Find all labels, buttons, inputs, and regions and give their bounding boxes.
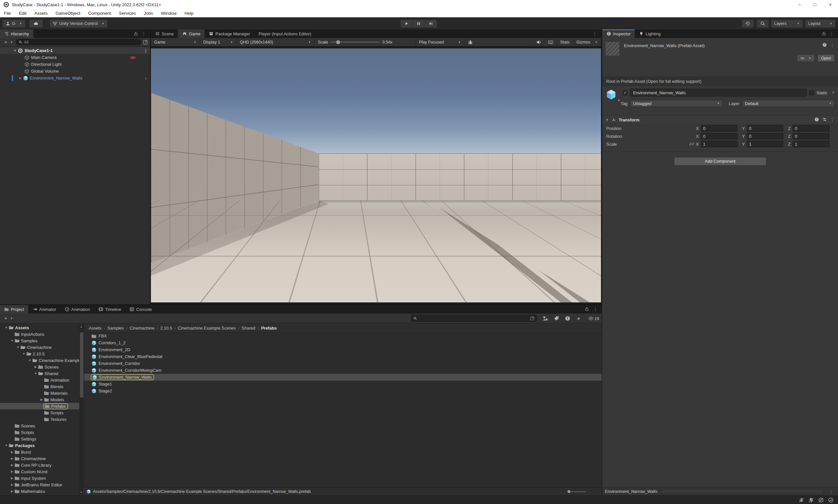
tree-item-models[interactable]: ▶Models bbox=[0, 396, 79, 403]
breadcrumb-segment[interactable]: Shared bbox=[242, 326, 255, 330]
create-asset-button[interactable]: ＋▼ bbox=[2, 315, 14, 321]
static-checkbox[interactable] bbox=[809, 90, 814, 95]
undo-history-button[interactable] bbox=[742, 20, 753, 28]
debugger-detached-icon[interactable] bbox=[799, 498, 804, 503]
frame-debugger-button[interactable] bbox=[464, 38, 476, 46]
chevron-down-icon[interactable]: ▼ bbox=[832, 91, 835, 94]
scrollbar-thumb[interactable] bbox=[80, 332, 84, 398]
close-button[interactable]: × bbox=[823, 0, 838, 9]
filter-by-type-button[interactable] bbox=[539, 315, 551, 322]
collab-offline-icon[interactable] bbox=[818, 498, 824, 503]
foldout-icon[interactable]: ▼ bbox=[33, 372, 38, 375]
asset-zoom-slider[interactable] bbox=[568, 491, 586, 492]
picker-icon[interactable] bbox=[143, 40, 148, 45]
scale-y-field[interactable]: 1 bbox=[747, 141, 783, 147]
menu-component[interactable]: Component bbox=[84, 9, 115, 17]
stats-button[interactable]: Stats bbox=[556, 38, 573, 46]
file-row-environment-narrow-walls[interactable]: Environment_Narrow_Walls bbox=[84, 374, 602, 381]
menu-gameobject[interactable]: GameObject bbox=[52, 9, 85, 17]
file-row-corridors-1-2[interactable]: Corridors_1_2 bbox=[84, 339, 602, 346]
rotation-x-field[interactable]: 0 bbox=[701, 133, 737, 140]
scroll-down-icon[interactable]: ▼ bbox=[79, 491, 83, 494]
foldout-icon[interactable]: ▼ bbox=[4, 326, 8, 329]
tab-game[interactable]: Game bbox=[178, 30, 204, 38]
rotation-z-field[interactable]: 0 bbox=[792, 133, 830, 140]
tree-item-cinemachine[interactable]: ▼Cinemachine bbox=[0, 344, 79, 350]
cloud-button[interactable] bbox=[30, 20, 42, 28]
tab-inspector[interactable]: Inspector bbox=[602, 30, 635, 38]
tab-animator[interactable]: Animator bbox=[28, 305, 60, 313]
tree-item-scripts[interactable]: Scripts bbox=[0, 429, 79, 436]
tag-dropdown[interactable]: Untagged ▼ bbox=[630, 100, 723, 107]
display-dropdown[interactable]: Display 1 ▼ bbox=[200, 38, 237, 46]
tree-item-blends[interactable]: Blends bbox=[0, 383, 79, 390]
menu-jobs[interactable]: Jobs bbox=[140, 9, 157, 17]
rotation-y-field[interactable]: 0 bbox=[747, 133, 783, 140]
foldout-icon[interactable]: ▼ bbox=[606, 118, 609, 122]
foldout-icon[interactable]: ▼ bbox=[4, 444, 8, 447]
presets-icon[interactable] bbox=[822, 117, 827, 122]
tree-item-scenes[interactable]: ▶Scenes bbox=[0, 364, 79, 370]
file-row-stage1[interactable]: Stage1 bbox=[84, 381, 602, 388]
project-search-input[interactable] bbox=[411, 315, 537, 322]
chevron-down-icon[interactable]: ▼ bbox=[617, 99, 620, 102]
prefab-open-chevron-icon[interactable]: › bbox=[145, 76, 150, 81]
filter-by-label-button[interactable] bbox=[551, 315, 562, 322]
hierarchy-item-main-camera[interactable]: Main Camera bbox=[0, 54, 150, 61]
tab-timeline[interactable]: Timeline bbox=[94, 305, 125, 313]
tree-item-custom-nunit[interactable]: ▶Custom NUnit bbox=[0, 468, 79, 475]
scale-z-field[interactable]: 1 bbox=[792, 141, 830, 147]
foldout-icon[interactable]: ▼ bbox=[22, 352, 26, 356]
mute-audio-button[interactable] bbox=[533, 38, 545, 46]
tree-scrollbar[interactable]: ▲ ▼ bbox=[79, 324, 83, 495]
game-viewport[interactable] bbox=[151, 47, 601, 304]
foldout-icon[interactable]: ▶ bbox=[10, 470, 14, 473]
kebab-menu-icon[interactable]: ⋮ bbox=[827, 489, 835, 494]
tree-item-cinemachine-example-scenes[interactable]: ▼Cinemachine Example Scenes bbox=[0, 357, 79, 364]
menu-window[interactable]: Window bbox=[157, 9, 180, 17]
transform-header[interactable]: ▼ Transform ? ⋮ bbox=[602, 115, 838, 124]
hierarchy-item-global-volume[interactable]: Global Volume bbox=[0, 68, 150, 75]
file-row-fbx[interactable]: FBX bbox=[84, 332, 602, 339]
game-display-target-dropdown[interactable]: Game ▼ bbox=[151, 38, 200, 46]
foldout-icon[interactable]: ▶ bbox=[39, 398, 44, 401]
active-checkbox[interactable]: ✓ bbox=[623, 90, 627, 95]
gizmos-dropdown[interactable]: Gizmos ▼ bbox=[573, 38, 601, 46]
breadcrumb-segment[interactable]: 2.10.5 bbox=[160, 326, 172, 330]
play-button[interactable] bbox=[401, 20, 412, 28]
breadcrumb-segment[interactable]: Assets bbox=[89, 326, 102, 330]
hidden-count-indicator[interactable]: 19 bbox=[584, 315, 603, 322]
kebab-menu-icon[interactable]: ⋮ bbox=[591, 306, 600, 311]
foldout-icon[interactable]: ▶ bbox=[10, 476, 14, 480]
search-button[interactable] bbox=[757, 20, 769, 28]
help-icon[interactable]: ? bbox=[815, 117, 819, 122]
tab-package-manager[interactable]: Package Manager bbox=[204, 30, 254, 38]
hierarchy-scene-row[interactable]: ▼StudyCase1-1⋮ bbox=[0, 47, 150, 54]
account-button[interactable]: G ▼ bbox=[3, 20, 25, 28]
layer-dropdown[interactable]: Default ▼ bbox=[742, 100, 835, 107]
menu-services[interactable]: Services bbox=[115, 9, 140, 17]
tree-item-packages[interactable]: ▼Packages bbox=[0, 442, 79, 449]
breadcrumb-segment[interactable]: Cinemachine Example Scenes bbox=[178, 326, 236, 330]
add-object-button[interactable]: ＋▼ bbox=[2, 39, 14, 45]
tab-console[interactable]: Console bbox=[125, 305, 156, 313]
minimize-button[interactable]: − bbox=[792, 0, 807, 9]
tree-item-burst[interactable]: ▶Burst bbox=[0, 449, 79, 455]
menu-edit[interactable]: Edit bbox=[15, 9, 31, 17]
menu-assets[interactable]: Assets bbox=[31, 9, 52, 17]
hierarchy-item-environment-narrow-walls[interactable]: ▶Environment_Narrow_Walls› bbox=[0, 75, 150, 82]
breadcrumb-segment[interactable]: Samples bbox=[107, 326, 124, 330]
tab-hierarchy[interactable]: Hierarchy bbox=[0, 30, 33, 38]
gameobject-name-field[interactable]: Environment_Narrow_Walls bbox=[630, 89, 806, 96]
foldout-icon[interactable]: ▶ bbox=[33, 365, 38, 368]
tree-item-cinemachine[interactable]: ▶Cinemachine bbox=[0, 455, 79, 462]
tree-item-mathematics[interactable]: ▶Mathematics bbox=[0, 488, 79, 494]
filter-importance-button[interactable] bbox=[562, 315, 573, 322]
scroll-up-icon[interactable]: ▲ bbox=[79, 325, 83, 328]
foldout-icon[interactable]: ▶ bbox=[10, 450, 14, 454]
prefab-hierarchy-button[interactable]: ≔ ▼ bbox=[797, 54, 815, 62]
step-button[interactable] bbox=[425, 20, 437, 28]
tree-item-core-rp-library[interactable]: ▶Core RP Library bbox=[0, 462, 79, 468]
foldout-icon[interactable]: ▶ bbox=[18, 76, 23, 79]
file-row-stage2[interactable]: Stage2 bbox=[84, 388, 602, 394]
